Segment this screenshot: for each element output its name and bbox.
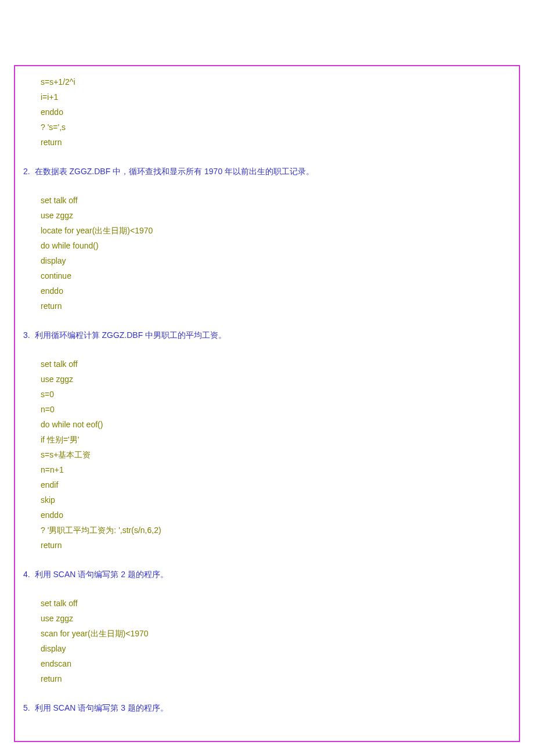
code-line: use zggz — [15, 611, 519, 626]
code-line: enddo — [15, 283, 519, 298]
code-line: continue — [15, 268, 519, 283]
code-line: skip — [15, 492, 519, 507]
code-line: ? 's=',s — [15, 120, 519, 135]
code-line: endif — [15, 477, 519, 492]
code-line: return — [15, 298, 519, 314]
code-line: return — [15, 538, 519, 553]
heading-number: 2. — [23, 167, 30, 176]
heading-number: 3. — [23, 330, 30, 340]
code-line: do while not eof() — [15, 417, 519, 432]
code-line: n=0 — [15, 402, 519, 417]
code-line: s=s+基本工资 — [15, 447, 519, 462]
heading-text: 利用 SCAN 语句编写第 3 题的程序。 — [33, 703, 168, 712]
code-line: return — [15, 135, 519, 150]
code-line: enddo — [15, 507, 519, 523]
code-line: s=s+1/2^i — [15, 74, 519, 89]
code-line: set talk off — [15, 193, 519, 208]
heading-2: 2. 在数据表 ZGGZ.DBF 中，循环查找和显示所有 1970 年以前出生的… — [15, 164, 519, 179]
code-block-2: set talk off use zggz locate for year(出生… — [15, 193, 519, 314]
code-line: display — [15, 641, 519, 656]
code-line: do while found() — [15, 238, 519, 253]
code-line: set talk off — [15, 596, 519, 611]
heading-number: 5. — [23, 703, 30, 712]
code-line: i=i+1 — [15, 89, 519, 105]
code-block-4: set talk off use zggz scan for year(出生日期… — [15, 596, 519, 686]
code-line: display — [15, 253, 519, 268]
code-line: return — [15, 671, 519, 686]
heading-number: 4. — [23, 570, 30, 579]
heading-4: 4. 利用 SCAN 语句编写第 2 题的程序。 — [15, 567, 519, 582]
code-line: n=n+1 — [15, 462, 519, 477]
code-line: s=0 — [15, 387, 519, 402]
heading-text: 利用 SCAN 语句编写第 2 题的程序。 — [33, 570, 168, 579]
code-line: if 性别='男' — [15, 432, 519, 447]
heading-5: 5. 利用 SCAN 语句编写第 3 题的程序。 — [15, 700, 519, 715]
code-block-1: s=s+1/2^i i=i+1 enddo ? 's=',s return — [15, 74, 519, 150]
code-line: enddo — [15, 105, 519, 120]
heading-3: 3. 利用循环编程计算 ZGGZ.DBF 中男职工的平均工资。 — [15, 327, 519, 343]
heading-text: 利用循环编程计算 ZGGZ.DBF 中男职工的平均工资。 — [33, 330, 227, 340]
code-line: use zggz — [15, 372, 519, 387]
code-line: set talk off — [15, 357, 519, 372]
code-line: use zggz — [15, 208, 519, 223]
heading-text: 在数据表 ZGGZ.DBF 中，循环查找和显示所有 1970 年以前出生的职工记… — [33, 167, 314, 176]
code-line: scan for year(出生日期)<1970 — [15, 626, 519, 641]
document-content: s=s+1/2^i i=i+1 enddo ? 's=',s return 2.… — [15, 66, 519, 715]
code-line: endscan — [15, 656, 519, 671]
code-line: locate for year(出生日期)<1970 — [15, 223, 519, 238]
code-block-3: set talk off use zggz s=0 n=0 do while n… — [15, 357, 519, 553]
code-line: ? '男职工平均工资为: ',str(s/n,6,2) — [15, 523, 519, 538]
document-page: s=s+1/2^i i=i+1 enddo ? 's=',s return 2.… — [14, 65, 520, 742]
